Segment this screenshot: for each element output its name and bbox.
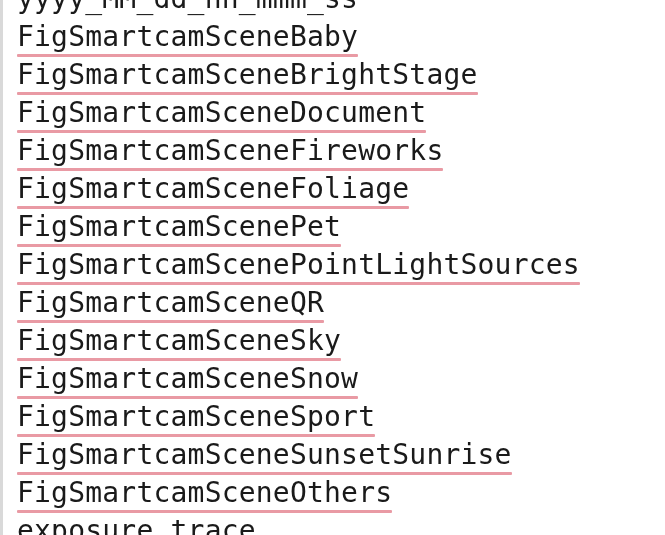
spell-marked-token: FigSmartcamSceneSky	[17, 322, 341, 360]
spell-marked-token: FigSmartcamSceneBaby	[17, 18, 358, 56]
code-line: FigSmartcamSceneSnow	[17, 360, 665, 398]
code-line: FigSmartcamSceneOthers	[17, 474, 665, 512]
code-line: yyyy_MM_dd_hh_mmm_ss	[17, 0, 665, 18]
code-line: FigSmartcamSceneSky	[17, 322, 665, 360]
spell-marked-token: FigSmartcamSceneSunsetSunrise	[17, 436, 512, 474]
code-line: FigSmartcamSceneFoliage	[17, 170, 665, 208]
code-line: FigSmartcamScenePointLightSources	[17, 246, 665, 284]
spell-marked-token: FigSmartcamSceneQR	[17, 284, 324, 322]
spell-marked-token: FigSmartcamSceneFireworks	[17, 132, 443, 170]
code-line: FigSmartcamScenePet	[17, 208, 665, 246]
code-text: exposure_trace	[17, 514, 256, 535]
code-line: FigSmartcamSceneFireworks	[17, 132, 665, 170]
code-line: FigSmartcamSceneBaby	[17, 18, 665, 56]
code-line: exposure_trace	[17, 512, 665, 535]
spell-marked-token: FigSmartcamSceneBrightStage	[17, 56, 478, 94]
code-line: FigSmartcamSceneBrightStage	[17, 56, 665, 94]
code-line: FigSmartcamSceneSunsetSunrise	[17, 436, 665, 474]
spell-marked-token: FigSmartcamSceneSport	[17, 398, 375, 436]
spell-marked-token: FigSmartcamScenePointLightSources	[17, 246, 580, 284]
spell-marked-token: FigSmartcamSceneSnow	[17, 360, 358, 398]
spell-marked-token: FigSmartcamScenePet	[17, 208, 341, 246]
spell-marked-token: FigSmartcamSceneOthers	[17, 474, 392, 512]
spell-marked-token: FigSmartcamSceneFoliage	[17, 170, 409, 208]
code-line: FigSmartcamSceneSport	[17, 398, 665, 436]
code-listing: yyyy_MM_dd_hh_mmm_ssFigSmartcamSceneBaby…	[17, 0, 665, 535]
spell-marked-token: FigSmartcamSceneDocument	[17, 94, 426, 132]
code-line: FigSmartcamSceneQR	[17, 284, 665, 322]
code-text: yyyy_MM_dd_hh_mmm_ss	[17, 0, 358, 15]
code-line: FigSmartcamSceneDocument	[17, 94, 665, 132]
